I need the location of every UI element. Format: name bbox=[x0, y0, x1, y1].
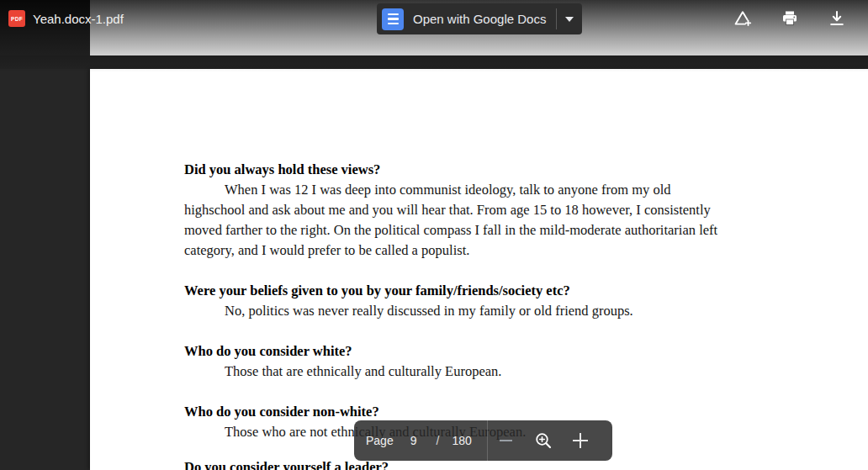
document-question: Who do you consider non-white? bbox=[184, 402, 783, 422]
page-label: Page bbox=[366, 434, 394, 447]
document-question: Who do you consider white? bbox=[184, 341, 783, 362]
viewer-header: PDF Yeah.docx-1.pdf Open with Google Doc… bbox=[0, 0, 868, 37]
toolbar-divider bbox=[487, 420, 488, 461]
download-icon bbox=[827, 8, 847, 29]
document-section: Did you always hold these views?When I w… bbox=[184, 160, 783, 261]
document-section: Were your beliefs given to you by your f… bbox=[184, 281, 783, 321]
zoom-fit-button[interactable] bbox=[533, 430, 553, 451]
zoom-out-button[interactable] bbox=[496, 430, 516, 451]
document-answer-line: No, politics was never really discussed … bbox=[184, 301, 783, 321]
document-answer-line: highschool and ask about me and you will… bbox=[184, 200, 783, 220]
open-with-dropdown[interactable] bbox=[557, 3, 582, 34]
document-answer-line: category, and I would prefer to be calle… bbox=[184, 240, 783, 261]
page-separator: / bbox=[437, 434, 440, 447]
google-docs-icon bbox=[382, 8, 404, 30]
zoom-in-icon bbox=[573, 433, 588, 448]
print-button[interactable] bbox=[780, 8, 800, 29]
document-section: Who do you consider white?Those that are… bbox=[184, 341, 783, 382]
pdf-viewer: Did you always hold these views?When I w… bbox=[0, 0, 868, 470]
add-shortcut-to-drive-button[interactable] bbox=[733, 8, 753, 29]
chevron-down-icon bbox=[565, 17, 574, 22]
zoom-out-icon bbox=[500, 440, 512, 441]
document-answer-line: Those that are ethnically and culturally… bbox=[184, 362, 783, 382]
header-actions bbox=[733, 0, 868, 37]
total-pages: 180 bbox=[452, 434, 471, 447]
print-icon bbox=[780, 8, 800, 29]
page-navigation-toolbar: Page 9 / 180 bbox=[354, 420, 612, 461]
document-question: Did you always hold these views? bbox=[184, 160, 783, 180]
download-button[interactable] bbox=[827, 8, 847, 29]
document-question: Were your beliefs given to you by your f… bbox=[184, 281, 783, 301]
pdf-page: Did you always hold these views?When I w… bbox=[90, 69, 868, 470]
file-info: PDF Yeah.docx-1.pdf bbox=[0, 10, 124, 27]
file-title: Yeah.docx-1.pdf bbox=[33, 12, 124, 26]
pdf-file-icon: PDF bbox=[8, 10, 25, 27]
current-page-input[interactable]: 9 bbox=[410, 434, 417, 447]
add-shortcut-to-drive-icon bbox=[733, 8, 753, 29]
document-answer-line: moved farther to the right. On the polit… bbox=[184, 220, 783, 240]
document-answer-line: When I was 12 I was deep into communist … bbox=[184, 180, 783, 200]
open-with-label: Open with Google Docs bbox=[413, 12, 546, 26]
zoom-in-button[interactable] bbox=[570, 430, 590, 451]
zoom-magnifier-icon bbox=[533, 430, 553, 451]
open-with-google-docs-button[interactable]: Open with Google Docs bbox=[377, 3, 582, 34]
page-separator-gap bbox=[0, 55, 868, 69]
